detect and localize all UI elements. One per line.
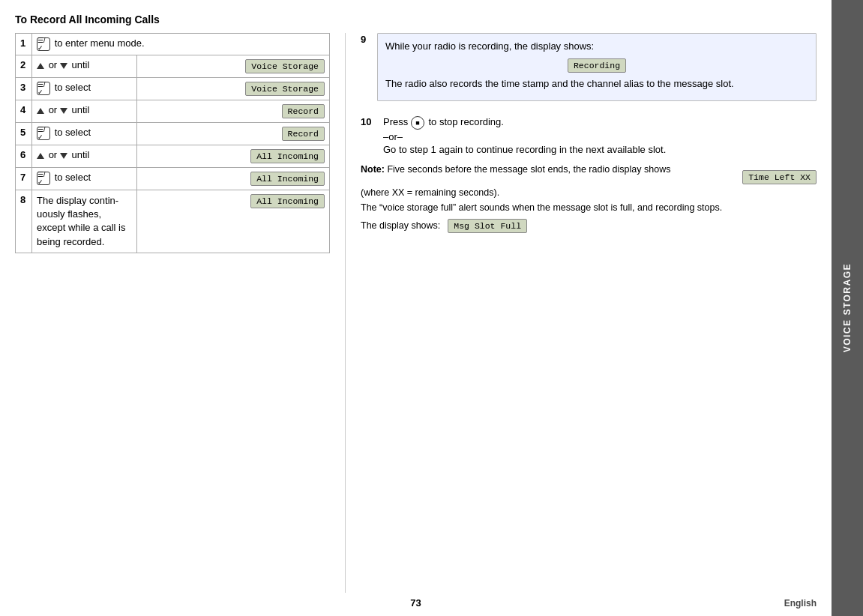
steps-table: 1 ☰/✓ to enter menu mode. 2 or — [15, 33, 330, 253]
step-action: ☰/✓ to select — [32, 168, 137, 190]
step-action: ☰/✓ to select — [32, 123, 137, 145]
table-row: 8 The display contin-uously flashes, exc… — [16, 190, 330, 253]
lcd-display-badge: Record — [282, 127, 325, 141]
table-row: 4 or until Record — [16, 100, 330, 123]
step-number: 2 — [16, 55, 32, 78]
note-section: Note: Five seconds before the message sl… — [361, 163, 817, 184]
two-column-layout: 1 ☰/✓ to enter menu mode. 2 or — [15, 33, 817, 593]
step9-number: 9 — [361, 33, 377, 109]
step-display: All Incoming — [137, 190, 330, 253]
menu-ok-icon: ☰/✓ — [37, 172, 50, 185]
time-left-badge: Time Left XX — [742, 170, 817, 184]
step-display: Voice Storage — [137, 55, 330, 78]
lcd-display-badge: Record — [282, 104, 325, 118]
page-title: To Record All Incoming Calls — [15, 13, 817, 25]
display-shows-row: The display shows: Msg Slot Full — [361, 219, 817, 233]
note-body: Five seconds before the message slot end… — [387, 164, 670, 175]
table-row: 2 or until Voice Storage — [16, 55, 330, 78]
step-number: 5 — [16, 123, 32, 145]
up-arrow-icon — [37, 63, 44, 69]
down-arrow-icon — [60, 153, 67, 159]
step-display: Voice Storage — [137, 78, 330, 100]
stop-icon: ■ — [411, 116, 424, 130]
step-action: or until — [32, 100, 137, 123]
select-text: to select — [55, 172, 91, 183]
step-display: All Incoming — [137, 145, 330, 168]
lcd-display-badge: All Incoming — [250, 149, 325, 163]
step10-number: 10 — [361, 116, 383, 155]
lcd-display-badge: All Incoming — [250, 172, 325, 186]
language-label: English — [784, 598, 817, 609]
left-column: 1 ☰/✓ to enter menu mode. 2 or — [15, 33, 345, 593]
note-text: Note: Five seconds before the message sl… — [361, 163, 735, 184]
menu-ok-icon: ☰/✓ — [37, 37, 50, 51]
recording-box: While your radio is recording, the displ… — [377, 33, 817, 101]
step9-content: While your radio is recording, the displ… — [377, 33, 817, 109]
until-text: until — [71, 104, 89, 115]
step-display: Record — [137, 123, 330, 145]
step10-block: 10 Press ■ to stop recording. –or– Go to… — [361, 116, 817, 155]
step10-post: to stop recording. — [428, 116, 503, 127]
step9-body: The radio also records the time stamp an… — [385, 77, 808, 91]
step-number: 7 — [16, 168, 32, 190]
step-display: Record — [137, 100, 330, 123]
lcd-display-badge: All Incoming — [250, 194, 325, 208]
step-action: The display contin-uously flashes, excep… — [32, 190, 137, 253]
step10-content: Press ■ to stop recording. –or– Go to st… — [383, 116, 666, 155]
page-number: 73 — [282, 597, 549, 609]
full-alert-text: The “voice storage full” alert sounds wh… — [361, 201, 817, 214]
step-number: 1 — [16, 34, 32, 55]
table-row: 6 or until All Incoming — [16, 145, 330, 168]
display-shows-label: The display shows: — [361, 220, 440, 231]
step9-block: 9 While your radio is recording, the dis… — [361, 33, 817, 109]
step9-intro: While your radio is recording, the displ… — [385, 40, 808, 54]
step10-line1: Press ■ to stop recording. — [383, 116, 666, 130]
menu-ok-icon: ☰/✓ — [37, 127, 50, 140]
step1-text: to enter menu mode. — [55, 37, 145, 49]
step10-line2: Go to step 1 again to continue recording… — [383, 144, 666, 155]
where-xx-text: (where XX = remaining seconds). — [361, 187, 817, 198]
note-label: Note: — [361, 164, 385, 175]
or-text: or — [49, 149, 60, 160]
step-action: ☰/✓ to select — [32, 78, 137, 100]
sidebar-label: VOICE STORAGE — [842, 263, 853, 352]
or-text: or — [49, 59, 60, 70]
menu-ok-icon: ☰/✓ — [37, 82, 50, 95]
bottom-bar: 73 English — [15, 593, 817, 609]
right-column: 9 While your radio is recording, the dis… — [345, 33, 817, 593]
right-sidebar: VOICE STORAGE — [832, 0, 863, 616]
main-content: To Record All Incoming Calls 1 ☰/✓ to en… — [0, 0, 832, 616]
table-row: 5 ☰/✓ to select Record — [16, 123, 330, 145]
step-number: 4 — [16, 100, 32, 123]
up-arrow-icon — [37, 153, 44, 159]
select-text: to select — [55, 82, 91, 93]
step-action: ☰/✓ to enter menu mode. — [32, 34, 330, 55]
step-action: or until — [32, 55, 137, 78]
step10-or-line: –or– — [383, 131, 666, 142]
select-text: to select — [55, 127, 91, 138]
step-number: 3 — [16, 78, 32, 100]
until-text: until — [71, 149, 89, 160]
until-text: until — [71, 59, 89, 70]
recording-badge: Recording — [568, 58, 626, 73]
down-arrow-icon — [60, 63, 67, 69]
step-display: All Incoming — [137, 168, 330, 190]
time-left-badge-wrapper: Time Left XX — [742, 163, 817, 184]
step-number: 6 — [16, 145, 32, 168]
table-row: 3 ☰/✓ to select Voice Storage — [16, 78, 330, 100]
table-row: 1 ☰/✓ to enter menu mode. — [16, 34, 330, 55]
step-number: 8 — [16, 190, 32, 253]
step-action: or until — [32, 145, 137, 168]
lcd-display-badge: Voice Storage — [245, 82, 325, 96]
up-arrow-icon — [37, 108, 44, 114]
msg-slot-full-badge: Msg Slot Full — [448, 219, 527, 233]
table-row: 7 ☰/✓ to select All Incoming — [16, 168, 330, 190]
down-arrow-icon — [60, 108, 67, 114]
or-text: or — [49, 104, 60, 115]
lcd-display-badge: Voice Storage — [245, 59, 325, 73]
